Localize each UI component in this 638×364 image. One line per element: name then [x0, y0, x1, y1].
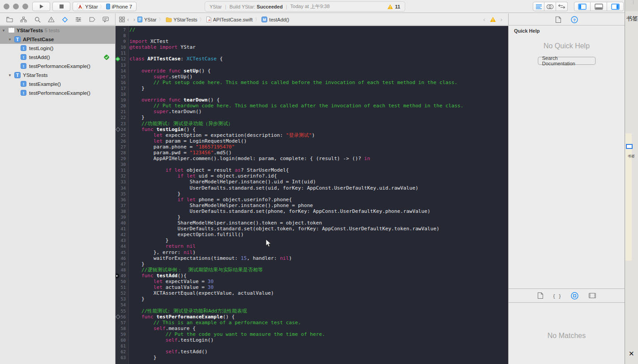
- issue-navigator-tab[interactable]: [48, 17, 55, 22]
- bookmark-tab-label[interactable]: 书签: [626, 15, 638, 23]
- code-line: 21 super.tearDown(): [116, 109, 508, 114]
- code-line: 24 func testLogin() {: [116, 127, 508, 132]
- file-template-library-tab[interactable]: [538, 292, 543, 299]
- line-number: 29: [116, 156, 126, 161]
- line-number: 21: [116, 109, 126, 114]
- test-passed-icon: [103, 54, 110, 60]
- warning-icon: [387, 4, 393, 9]
- test-marker-icon[interactable]: [116, 127, 120, 132]
- breakpoint-navigator-tab[interactable]: [89, 17, 95, 22]
- line-number: 20: [116, 103, 126, 109]
- test-marker-icon[interactable]: [116, 314, 120, 319]
- test-list-item[interactable]: ttestAdd(): [0, 53, 115, 62]
- search-documentation-button[interactable]: Search Documentation: [538, 57, 596, 65]
- scheme-selector[interactable]: YStar 〉 iPhone 7: [73, 2, 137, 11]
- code-editor[interactable]: 7//89import XCTest10@testable import YSt…: [116, 26, 508, 364]
- test-list-item[interactable]: ▼TYStarTests: [0, 71, 115, 80]
- stop-button[interactable]: [52, 2, 70, 11]
- object-library-tab[interactable]: [571, 292, 578, 300]
- find-navigator-icon: [34, 17, 41, 23]
- line-number: 38: [116, 208, 126, 214]
- test-bundle-icon: [8, 27, 15, 33]
- test-list-item[interactable]: ttestPerformanceExample(): [0, 89, 115, 97]
- report-navigator-tab[interactable]: [103, 17, 109, 22]
- disclosure-triangle[interactable]: ▼: [8, 38, 12, 42]
- debug-navigator-icon: [75, 17, 81, 22]
- report-navigator-icon: [103, 17, 109, 22]
- disclosure-triangle[interactable]: ▼: [8, 73, 12, 77]
- test-success-indicator[interactable]: [116, 56, 120, 61]
- breadcrumb-item[interactable]: APITestCase.swift: [206, 17, 253, 22]
- breadcrumb-item[interactable]: YStar: [137, 17, 157, 22]
- test-list-item[interactable]: ttestExample(): [0, 80, 115, 89]
- debug-navigator-tab[interactable]: [75, 17, 81, 22]
- breadcrumb-label: testAdd(): [269, 17, 289, 22]
- related-items-icon[interactable]: [119, 17, 125, 22]
- scheme-name: YStar: [85, 4, 98, 9]
- standard-editor-button[interactable]: [533, 2, 544, 11]
- navigator-panel-toggle-button[interactable]: [574, 2, 591, 11]
- code-line: 14 override func setUp() {: [116, 68, 508, 74]
- forward-button[interactable]: ›: [133, 17, 135, 23]
- code-line: 48 //逻辑测试举例： 测试期望结果与实际结果是否相等: [116, 267, 508, 273]
- activity-status-bar[interactable]: YStar | Build YStar: Succeeded | Today a…: [205, 1, 405, 12]
- version-editor-button[interactable]: [556, 2, 568, 11]
- breadcrumb-item[interactable]: MtestAdd(): [261, 17, 289, 22]
- project-navigator-icon: [6, 17, 13, 22]
- test-list-item[interactable]: ttestPerformanceExample(): [0, 62, 115, 71]
- run-button[interactable]: [32, 2, 50, 11]
- quick-help-inspector-tab[interactable]: ?: [571, 16, 578, 23]
- breadcrumb-label: APITestCase.swift: [213, 17, 253, 22]
- line-number: 50: [116, 279, 126, 284]
- line-number: 46: [116, 255, 126, 261]
- window-close-button[interactable]: [4, 4, 9, 9]
- line-number: 17: [116, 85, 126, 91]
- symbol-navigator-tab[interactable]: [20, 17, 27, 22]
- previous-issue-button[interactable]: ‹: [483, 16, 485, 23]
- line-number: 55: [116, 308, 126, 314]
- app-icon: [77, 4, 83, 10]
- svg-text:{ }: { }: [553, 293, 561, 299]
- navigation-bar: ‹ › YStar〉YStarTests〉APITestCase.swift〉M…: [0, 13, 625, 25]
- file-inspector-tab[interactable]: [556, 17, 561, 23]
- editor-mode-group: [533, 2, 568, 11]
- test-running-indicator[interactable]: [116, 273, 119, 278]
- swift-file-icon: [206, 17, 211, 22]
- window-minimize-button[interactable]: [13, 4, 19, 9]
- drag-handle-icon[interactable]: ⋮: [631, 1, 635, 3]
- test-count-label: 5 tests: [43, 28, 60, 33]
- test-class-icon: T: [14, 72, 21, 78]
- close-icon[interactable]: ✕: [629, 350, 634, 358]
- test-list-item[interactable]: ▼TAPITestCase: [0, 35, 115, 44]
- jump-bar: ‹ › YStar〉YStarTests〉APITestCase.swift〉M…: [116, 13, 508, 25]
- line-number: 53: [116, 296, 126, 302]
- code-snippet-library-tab[interactable]: { }: [553, 293, 561, 299]
- breadcrumb-label: YStarTests: [174, 17, 197, 22]
- svg-text:M: M: [263, 17, 266, 22]
- back-button[interactable]: ‹: [127, 17, 129, 23]
- code-line: 23 //功能测试: 测试登录功能（异步测试）: [116, 121, 508, 127]
- media-library-tab[interactable]: [589, 293, 596, 298]
- debug-area-toggle-button[interactable]: [591, 2, 607, 11]
- next-issue-button[interactable]: ›: [501, 16, 502, 23]
- code-line: 34 UserDefaults.standard.set(uid, forKey…: [116, 185, 508, 191]
- code-line: 59 // Put the code you want to measure t…: [116, 331, 508, 337]
- disclosure-triangle[interactable]: ▼: [2, 29, 5, 33]
- test-list-item[interactable]: ▼YStarTests 5 tests: [0, 26, 115, 35]
- window-zoom-button[interactable]: [22, 4, 28, 9]
- project-navigator-tab[interactable]: [6, 17, 13, 22]
- find-navigator-tab[interactable]: [34, 17, 41, 23]
- breadcrumb-item[interactable]: YStarTests: [166, 17, 197, 22]
- test-class-icon: T: [14, 36, 21, 42]
- test-list-item[interactable]: ttestLogin(): [0, 44, 115, 53]
- utilities-panel-toggle-button[interactable]: [607, 2, 624, 11]
- window-thumbnail-icon: [626, 144, 633, 149]
- assistant-editor-button[interactable]: [544, 2, 556, 11]
- symbol-navigator-icon: [20, 17, 27, 22]
- code-line: 43 }: [116, 237, 508, 243]
- code-line: 16 // Put setup code here. This method i…: [116, 80, 508, 85]
- code-line: 41 UserDefaults.standard.set(object.toke…: [116, 226, 508, 232]
- code-line: 58 self.measure {: [116, 326, 508, 331]
- test-navigator-tab[interactable]: [62, 17, 68, 23]
- test-method-icon: t: [21, 54, 26, 60]
